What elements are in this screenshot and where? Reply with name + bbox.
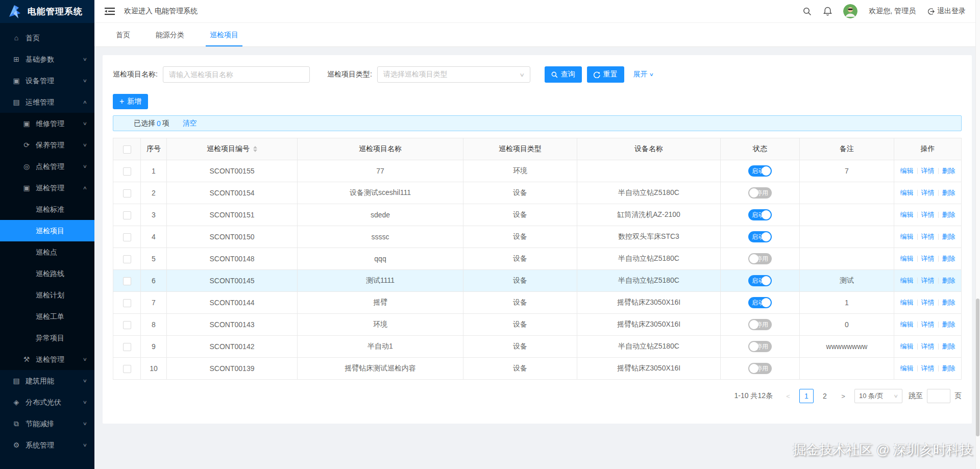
list-icon: ▤ [12, 91, 20, 113]
sidebar-item-patrol-plan[interactable]: 巡检计划 [0, 284, 94, 306]
status-cell: 停用 [721, 314, 800, 336]
add-button[interactable]: + 新增 [113, 94, 148, 109]
row-checkbox[interactable] [123, 167, 131, 176]
sidebar-item-spotcheck-mgmt[interactable]: ◎点检管理∨ [0, 156, 94, 177]
row-checkbox[interactable] [123, 233, 131, 241]
row-checkbox[interactable] [123, 299, 131, 307]
page-button-2[interactable]: 2 [818, 389, 832, 403]
action-delete-link[interactable]: 删除 [942, 364, 955, 372]
sidebar-item-building-energy[interactable]: ▤建筑用能∨ [0, 370, 94, 391]
sidebar-item-patrol-route[interactable]: 巡检路线 [0, 263, 94, 284]
sidebar-item-upkeep-mgmt[interactable]: ⟳保养管理∨ [0, 134, 94, 156]
action-detail-link[interactable]: 详情 [921, 189, 935, 196]
row-checkbox[interactable] [123, 255, 131, 263]
action-edit-link[interactable]: 编辑 [900, 364, 914, 372]
action-detail-link[interactable]: 详情 [921, 277, 935, 284]
prev-page-button[interactable]: < [781, 389, 795, 403]
sidebar-item-patrol-point[interactable]: 巡检点 [0, 241, 94, 263]
sidebar-item-system-mgmt[interactable]: ⚙系统管理∨ [0, 434, 94, 456]
status-toggle[interactable]: 启动 [748, 275, 772, 286]
window-scrollbar[interactable] [975, 0, 980, 469]
status-toggle[interactable]: 停用 [748, 363, 772, 374]
action-edit-link[interactable]: 编辑 [900, 320, 914, 328]
sidebar-item-ops-mgmt[interactable]: ▤运维管理∧ [0, 91, 94, 113]
status-toggle[interactable]: 停用 [748, 253, 772, 264]
search-icon[interactable] [802, 7, 812, 16]
row-checkbox[interactable] [123, 321, 131, 329]
sidebar-item-base-params[interactable]: ⊞基础参数∨ [0, 48, 94, 70]
action-delete-link[interactable]: 删除 [942, 189, 955, 196]
tab-巡检项目[interactable]: 巡检项目 [209, 24, 239, 46]
row-checkbox[interactable] [123, 343, 131, 351]
menu-collapse-icon[interactable] [105, 7, 115, 15]
row-checkbox[interactable] [123, 189, 131, 198]
reset-button[interactable]: 重置 [587, 66, 624, 83]
action-edit-link[interactable]: 编辑 [900, 342, 914, 350]
tab-能源分类[interactable]: 能源分类 [155, 24, 185, 46]
row-checkbox[interactable] [123, 277, 131, 285]
status-toggle[interactable]: 启动 [748, 231, 772, 242]
status-toggle[interactable]: 启动 [748, 209, 772, 220]
project-type-select[interactable]: 请选择巡检项目类型 ∨ [377, 66, 530, 83]
expand-link[interactable]: 展开∨ [633, 70, 653, 79]
sidebar-item-energy-saving[interactable]: ⧉节能减排∨ [0, 413, 94, 434]
action-detail-link[interactable]: 详情 [921, 342, 935, 350]
scrollbar-thumb[interactable] [976, 299, 979, 436]
user-avatar[interactable] [843, 4, 857, 18]
sidebar-item-patrol-item[interactable]: 巡检项目 [0, 220, 94, 241]
status-toggle[interactable]: 停用 [748, 187, 772, 199]
page-jump-input[interactable] [927, 389, 950, 403]
action-detail-link[interactable]: 详情 [921, 211, 935, 218]
sidebar-item-inspection-mgmt[interactable]: ⚒送检管理∨ [0, 349, 94, 370]
action-delete-link[interactable]: 删除 [942, 277, 955, 284]
sidebar-item-home[interactable]: ⌂首页 [0, 27, 94, 48]
action-edit-link[interactable]: 编辑 [900, 167, 914, 175]
action-edit-link[interactable]: 编辑 [900, 299, 914, 306]
sidebar-item-patrol-mgmt[interactable]: ▣巡检管理∧ [0, 177, 94, 199]
sidebar-item-abnormal-item[interactable]: 异常项目 [0, 327, 94, 349]
action-detail-link[interactable]: 详情 [921, 255, 935, 262]
action-edit-link[interactable]: 编辑 [900, 189, 914, 196]
status-toggle[interactable]: 停用 [748, 341, 772, 352]
action-detail-link[interactable]: 详情 [921, 320, 935, 328]
status-toggle[interactable]: 启动 [748, 165, 772, 177]
action-delete-link[interactable]: 删除 [942, 167, 955, 175]
project-name-input[interactable] [163, 66, 310, 83]
status-toggle[interactable]: 启动 [748, 297, 772, 308]
tab-首页[interactable]: 首页 [115, 24, 131, 46]
sort-icon[interactable] [253, 144, 257, 154]
notification-bell-icon[interactable] [823, 7, 832, 16]
action-detail-link[interactable]: 详情 [921, 299, 935, 306]
clear-selection-link[interactable]: 清空 [183, 119, 197, 128]
action-divider [938, 322, 939, 328]
action-edit-link[interactable]: 编辑 [900, 233, 914, 240]
page-size-select[interactable]: 10 条/页 ∨ [854, 389, 902, 403]
next-page-button[interactable]: > [836, 389, 850, 403]
status-toggle[interactable]: 停用 [748, 319, 772, 330]
action-edit-link[interactable]: 编辑 [900, 211, 914, 218]
sidebar-item-distributed-pv[interactable]: ◈分布式光伏∨ [0, 391, 94, 413]
search-button[interactable]: 查询 [545, 66, 582, 83]
action-delete-link[interactable]: 删除 [942, 299, 955, 306]
action-detail-link[interactable]: 详情 [921, 167, 935, 175]
page-button-1[interactable]: 1 [799, 389, 814, 403]
action-delete-link[interactable]: 删除 [942, 255, 955, 262]
select-all-checkbox[interactable] [123, 145, 131, 154]
action-delete-link[interactable]: 删除 [942, 320, 955, 328]
action-detail-link[interactable]: 详情 [921, 233, 935, 240]
sidebar-item-device-mgmt[interactable]: ▣设备管理∨ [0, 70, 94, 91]
sidebar-item-label: 点检管理 [36, 156, 64, 177]
action-edit-link[interactable]: 编辑 [900, 277, 914, 284]
sidebar-item-patrol-order[interactable]: 巡检工单 [0, 306, 94, 327]
action-detail-link[interactable]: 详情 [921, 364, 935, 372]
action-delete-link[interactable]: 删除 [942, 342, 955, 350]
sidebar-item-patrol-standard[interactable]: 巡检标准 [0, 199, 94, 220]
row-checkbox[interactable] [123, 211, 131, 219]
actions-cell: 编辑详情删除 [894, 270, 962, 292]
action-delete-link[interactable]: 删除 [942, 211, 955, 218]
logout-button[interactable]: 退出登录 [927, 7, 966, 16]
action-delete-link[interactable]: 删除 [942, 233, 955, 240]
row-checkbox[interactable] [123, 365, 131, 373]
sidebar-item-repair-mgmt[interactable]: ▣维修管理∨ [0, 113, 94, 134]
action-edit-link[interactable]: 编辑 [900, 255, 914, 262]
